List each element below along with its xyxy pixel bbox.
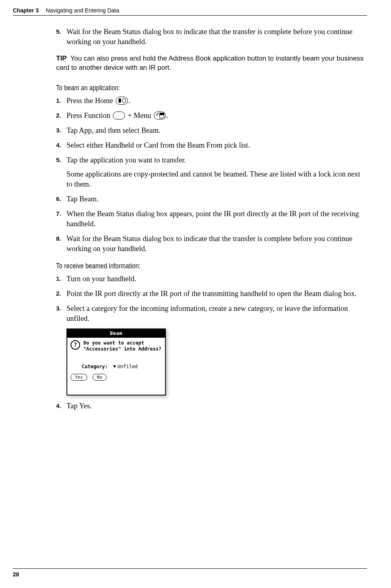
tip-block: TIP You can also press and hold the Addr… bbox=[56, 54, 367, 73]
home-icon bbox=[116, 97, 128, 105]
step-number: 8. bbox=[56, 234, 67, 254]
step-app-2: 2. Press Function + Menu . bbox=[56, 111, 367, 121]
yes-button[interactable]: Yes bbox=[71, 374, 87, 381]
function-key-icon bbox=[113, 112, 125, 120]
chevron-down-icon bbox=[113, 365, 116, 368]
step-rx-2: 2. Point the IR port directly at the IR … bbox=[56, 289, 367, 299]
footer-rule bbox=[13, 568, 367, 569]
step-5-prev: 5. Wait for the Beam Status dialog box t… bbox=[56, 27, 367, 47]
no-button[interactable]: No bbox=[93, 374, 107, 381]
category-label: Category: bbox=[82, 364, 108, 369]
step-text: Tap App, and then select Beam. bbox=[67, 126, 367, 136]
step-rx-1: 1. Turn on your handheld. bbox=[56, 274, 367, 284]
page-number: 28 bbox=[13, 571, 367, 578]
step-app-5: 5. Tap the application you want to trans… bbox=[56, 155, 367, 189]
menu-key-icon bbox=[154, 112, 166, 120]
beam-dialog: Beam ? Do you want to accept "Accessorie… bbox=[67, 328, 166, 395]
step-app-4: 4. Select either Handheld or Card from t… bbox=[56, 140, 367, 150]
step-text: Select a category for the incoming infor… bbox=[67, 304, 367, 324]
step-number: 2. bbox=[56, 289, 67, 299]
step-number: 5. bbox=[56, 27, 67, 47]
step-text: Point the IR port directly at the IR por… bbox=[67, 289, 367, 299]
step-text: Turn on your handheld. bbox=[67, 274, 367, 284]
page-header: Chapter 3 Navigating and Entering Data bbox=[13, 7, 367, 14]
step-number: 6. bbox=[56, 194, 67, 204]
step-text: Tap Beam. bbox=[67, 194, 367, 204]
step-rx-4: 4. Tap Yes. bbox=[56, 401, 367, 411]
step-text: Tap Yes. bbox=[67, 401, 367, 411]
step-number: 2. bbox=[56, 111, 67, 121]
step-app-1: 1. Press the Home . bbox=[56, 96, 367, 106]
step-text: Tap the application you want to transfer… bbox=[67, 155, 367, 189]
step-app-8: 8. Wait for the Beam Status dialog box t… bbox=[56, 234, 367, 254]
step-number: 3. bbox=[56, 126, 67, 136]
step-number: 1. bbox=[56, 96, 67, 106]
step-number: 4. bbox=[56, 140, 67, 150]
page-footer: 28 bbox=[13, 568, 367, 578]
step-text: When the Beam Status dialog box appears,… bbox=[67, 209, 367, 229]
category-row: Category: Unfiled bbox=[82, 363, 162, 370]
tip-label: TIP bbox=[56, 55, 67, 62]
step-text: Press the Home . bbox=[67, 96, 367, 106]
step-text: Wait for the Beam Status dialog box to i… bbox=[67, 27, 367, 47]
heading-receive: To receive beamed information: bbox=[56, 261, 311, 271]
question-icon: ? bbox=[71, 340, 80, 350]
step-number: 7. bbox=[56, 209, 67, 229]
step-text: Select either Handheld or Card from the … bbox=[67, 140, 367, 150]
step-number: 5. bbox=[56, 155, 67, 189]
dialog-message: Do you want to accept "Accessories" into… bbox=[83, 340, 162, 352]
step-subtext: Some applications are copy-protected and… bbox=[67, 169, 367, 189]
step-app-7: 7. When the Beam Status dialog box appea… bbox=[56, 209, 367, 229]
step-text: Wait for the Beam Status dialog box to i… bbox=[67, 234, 367, 254]
tip-text: You can also press and hold the Address … bbox=[56, 55, 363, 71]
category-dropdown[interactable]: Unfiled bbox=[113, 363, 138, 370]
step-text: Press Function + Menu . bbox=[67, 111, 367, 121]
step-app-3: 3. Tap App, and then select Beam. bbox=[56, 126, 367, 136]
chapter-label: Chapter 3 bbox=[13, 7, 39, 14]
step-number: 4. bbox=[56, 401, 67, 411]
step-rx-3: 3. Select a category for the incoming in… bbox=[56, 304, 367, 324]
chapter-title: Navigating and Entering Data bbox=[46, 7, 119, 14]
header-rule bbox=[13, 15, 367, 16]
heading-beam-app: To beam an application: bbox=[56, 83, 311, 93]
step-number: 1. bbox=[56, 274, 67, 284]
step-number: 3. bbox=[56, 304, 67, 324]
dialog-title: Beam bbox=[67, 329, 165, 338]
step-app-6: 6. Tap Beam. bbox=[56, 194, 367, 204]
